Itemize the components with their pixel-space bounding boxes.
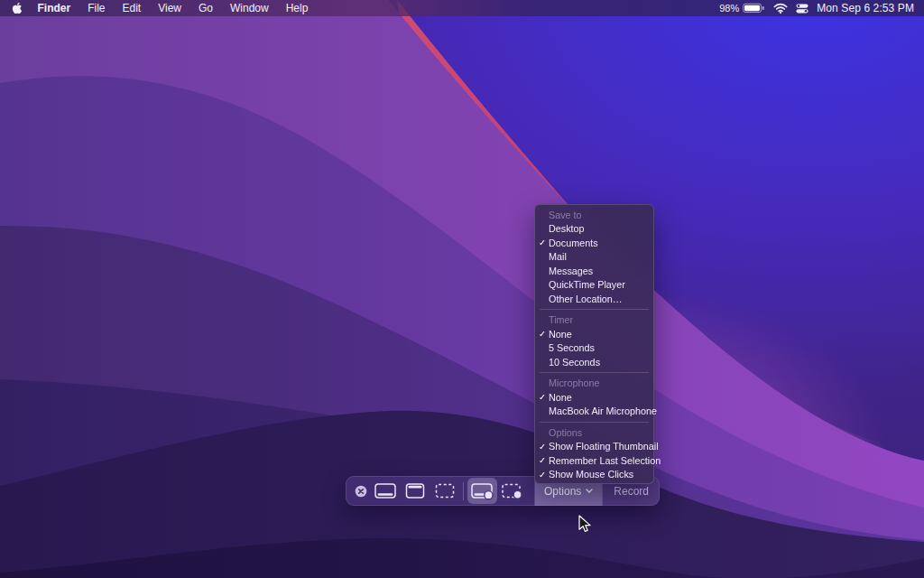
menu-item-none[interactable]: ✓ None <box>534 390 654 405</box>
menu-item-none[interactable]: ✓ None <box>534 327 654 341</box>
menu-item-desktop[interactable]: ✓ Desktop <box>534 222 654 237</box>
menu-separator <box>540 422 649 423</box>
menu-item-mail[interactable]: ✓ Mail <box>534 250 654 265</box>
menubar-item-go[interactable]: Go <box>190 0 222 16</box>
battery-icon <box>743 3 765 14</box>
menu-section-header: Microphone <box>534 377 654 391</box>
checkmark-icon: ✓ <box>539 456 549 465</box>
menu-bar-clock[interactable]: Mon Sep 6 2:53 PM <box>817 2 914 14</box>
menu-section-microphone: Microphone ✓ None ✓ MacBook Air Micropho… <box>534 377 654 419</box>
menu-section-header: Timer <box>534 313 654 328</box>
battery-status[interactable]: 98% <box>719 3 765 14</box>
tool-record-selected-portion[interactable] <box>497 478 527 504</box>
toolbar-separator <box>463 482 464 500</box>
close-button[interactable] <box>352 478 370 504</box>
menu-item-remember-last-selection[interactable]: ✓ Remember Last Selection <box>534 453 654 468</box>
options-button-label: Options <box>544 485 581 498</box>
menu-item-quicktime-player[interactable]: ✓ QuickTime Player <box>534 278 654 293</box>
menu-item-10-seconds[interactable]: ✓ 10 Seconds <box>534 355 654 369</box>
menubar-item-file[interactable]: File <box>79 0 114 16</box>
menu-bar-status: 98% Mon Sep 6 2:53 PM <box>719 2 914 14</box>
menu-bar-left: FinderFileEditViewGoWindowHelp <box>9 0 317 16</box>
control-center-icon[interactable] <box>796 4 808 14</box>
close-icon <box>355 485 367 498</box>
tool-capture-selected-portion[interactable] <box>430 478 459 504</box>
record-button-label: Record <box>614 485 649 498</box>
menu-item-5-seconds[interactable]: ✓ 5 Seconds <box>534 341 654 356</box>
menu-item-macbook-air-microphone[interactable]: ✓ MacBook Air Microphone <box>534 405 654 419</box>
apple-icon <box>12 2 23 14</box>
checkmark-icon: ✓ <box>539 443 549 452</box>
tool-capture-selected-window[interactable] <box>400 478 430 504</box>
menu-separator <box>540 372 649 373</box>
menu-section-header: Options <box>534 425 654 440</box>
mouse-cursor <box>578 515 591 533</box>
checkmark-icon: ✓ <box>539 330 549 339</box>
menubar-item-finder[interactable]: Finder <box>29 0 79 16</box>
capture-screen-icon <box>374 482 396 499</box>
options-menu: Save to ✓ Desktop ✓ Documents ✓ Mail ✓ M… <box>534 204 654 484</box>
wifi-icon[interactable] <box>773 3 788 14</box>
menu-section-save-to: Save to ✓ Desktop ✓ Documents ✓ Mail ✓ M… <box>534 208 654 306</box>
menu-separator <box>540 309 649 310</box>
checkmark-icon: ✓ <box>539 238 549 247</box>
menu-item-messages[interactable]: ✓ Messages <box>534 264 654 278</box>
menu-item-other-location[interactable]: ✓ Other Location… <box>534 292 654 306</box>
record-portion-icon <box>501 482 523 500</box>
menubar-item-view[interactable]: View <box>150 0 190 16</box>
menu-section-options: Options ✓ Show Floating Thumbnail ✓ Reme… <box>534 425 654 481</box>
checkmark-icon: ✓ <box>539 471 549 480</box>
menu-section-timer: Timer ✓ None ✓ 5 Seconds ✓ 10 Seconds <box>534 313 654 369</box>
menubar-item-window[interactable]: Window <box>222 0 278 16</box>
checkmark-icon: ✓ <box>539 393 549 402</box>
capture-portion-icon <box>434 482 456 499</box>
tool-record-entire-screen[interactable] <box>467 478 497 504</box>
tool-capture-entire-screen[interactable] <box>370 478 400 504</box>
battery-percent: 98% <box>719 3 739 14</box>
menu-item-documents[interactable]: ✓ Documents <box>534 236 654 250</box>
menubar-item-edit[interactable]: Edit <box>114 0 150 16</box>
menu-item-show-floating-thumbnail[interactable]: ✓ Show Floating Thumbnail <box>534 440 654 454</box>
record-screen-icon <box>471 482 494 500</box>
menu-section-header: Save to <box>534 208 654 222</box>
menu-bar: FinderFileEditViewGoWindowHelp 98% Mon S… <box>0 0 924 16</box>
menubar-item-help[interactable]: Help <box>277 0 317 16</box>
menu-item-show-mouse-clicks[interactable]: ✓ Show Mouse Clicks <box>534 468 654 482</box>
capture-window-icon <box>404 482 426 499</box>
apple-menu[interactable] <box>9 2 29 14</box>
chevron-down-icon <box>586 489 593 493</box>
